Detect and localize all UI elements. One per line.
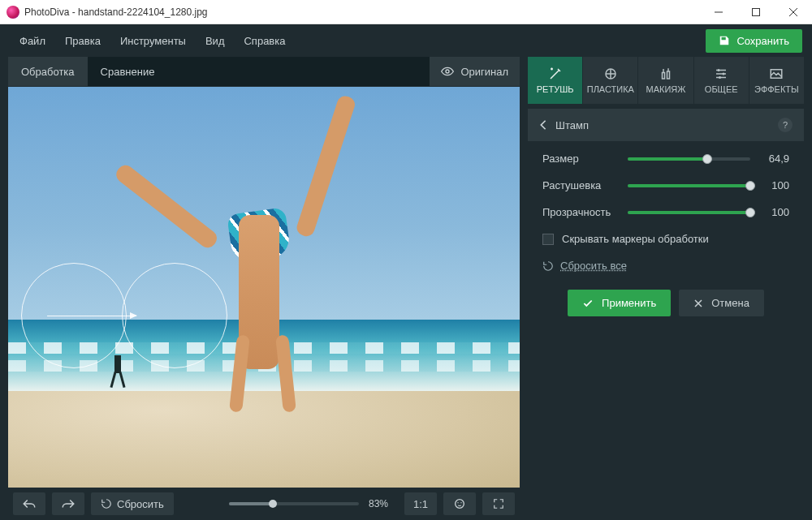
tooltab-general[interactable]: ОБЩЕЕ: [693, 57, 749, 104]
back-button[interactable]: [539, 119, 547, 131]
undo-icon: [22, 498, 37, 509]
tooltab-label: РЕТУШЬ: [537, 84, 574, 94]
svg-point-10: [719, 76, 721, 79]
zoom-value: 83%: [365, 498, 398, 509]
feather-value: 100: [758, 179, 789, 191]
liquify-icon: [603, 67, 618, 81]
eye-icon: [441, 65, 454, 78]
apply-label: Применить: [602, 297, 656, 309]
svg-point-3: [457, 502, 458, 503]
tooltab-makeup[interactable]: МАКИЯЖ: [637, 57, 693, 104]
opacity-slider[interactable]: [628, 211, 750, 214]
tooltab-label: ОБЩЕЕ: [705, 84, 738, 94]
opacity-value: 100: [758, 206, 789, 218]
menu-help[interactable]: Справка: [234, 32, 295, 50]
app-icon: [6, 6, 19, 19]
original-label: Оригинал: [460, 66, 508, 78]
tooltab-liquify[interactable]: ПЛАСТИКА: [582, 57, 637, 104]
tooltab-label: МАКИЯЖ: [646, 84, 686, 94]
hide-markers-checkbox[interactable]: Скрывать маркеры обработки: [542, 233, 789, 245]
svg-point-8: [718, 69, 720, 71]
size-slider-row: Размер 64,9: [542, 153, 789, 165]
close-button[interactable]: [775, 0, 812, 24]
menubar: Файл Правка Инструменты Вид Справка Сохр…: [0, 24, 812, 57]
original-button[interactable]: Оригинал: [430, 57, 520, 86]
save-icon: [719, 35, 730, 46]
feather-thumb[interactable]: [745, 181, 755, 191]
menu-view[interactable]: Вид: [196, 32, 235, 50]
svg-point-2: [456, 500, 464, 509]
size-value: 64,9: [758, 153, 789, 165]
svg-rect-6: [663, 73, 665, 80]
feather-slider[interactable]: [628, 184, 750, 187]
svg-point-4: [460, 502, 461, 503]
cancel-label: Отмена: [711, 297, 749, 309]
check-icon: [582, 298, 594, 309]
panel-title: Штамп: [555, 119, 589, 131]
reset-icon: [101, 498, 112, 509]
feather-slider-row: Растушевка 100: [542, 179, 789, 191]
sliders-icon: [714, 67, 728, 81]
fullscreen-icon: [493, 498, 504, 509]
opacity-thumb[interactable]: [745, 208, 755, 217]
window-title: PhotoDiva - handstand-2224104_1280.jpg: [24, 6, 700, 18]
face-icon: [453, 497, 466, 510]
feather-fill: [628, 184, 750, 187]
menu-file[interactable]: Файл: [10, 32, 55, 50]
wand-icon: [548, 67, 563, 81]
size-fill: [628, 157, 707, 161]
checkbox-icon: [542, 234, 554, 245]
svg-point-1: [446, 70, 449, 73]
tooltab-retouch[interactable]: РЕТУШЬ: [528, 57, 582, 104]
one-to-one-label: 1:1: [413, 498, 428, 510]
tab-edit[interactable]: Обработка: [8, 57, 88, 86]
reset-all-label: Сбросить все: [560, 260, 627, 272]
stamp-arrow: [47, 316, 136, 316]
reset-all-icon: [542, 260, 554, 272]
opacity-label: Прозрачность: [542, 206, 620, 218]
menu-tools[interactable]: Инструменты: [110, 32, 196, 50]
panel-body: Размер 64,9 Растушевка 100 П: [528, 141, 804, 328]
feather-label: Растушевка: [542, 179, 620, 191]
tool-tabs: РЕТУШЬ ПЛАСТИКА МАКИЯЖ ОБЩЕЕ ЭФФЕКТЫ: [528, 57, 804, 104]
tools-column: РЕТУШЬ ПЛАСТИКА МАКИЯЖ ОБЩЕЕ ЭФФЕКТЫ: [528, 57, 804, 520]
main-row: Обработка Сравнение Оригинал: [0, 57, 812, 520]
titlebar: PhotoDiva - handstand-2224104_1280.jpg: [0, 0, 812, 24]
cancel-button[interactable]: Отмена: [679, 290, 764, 316]
size-thumb[interactable]: [702, 154, 712, 164]
menu-edit[interactable]: Правка: [55, 32, 110, 50]
fullscreen-button[interactable]: [482, 492, 515, 515]
opacity-slider-row: Прозрачность 100: [542, 206, 789, 218]
canvas[interactable]: [8, 87, 520, 488]
view-tabs: Обработка Сравнение Оригинал: [8, 57, 520, 86]
stamp-target-marker[interactable]: [122, 263, 227, 368]
makeup-icon: [659, 67, 673, 81]
tooltab-label: ЭФФЕКТЫ: [754, 84, 799, 94]
chevron-left-icon: [539, 119, 547, 131]
reset-all-link[interactable]: Сбросить все: [542, 260, 789, 272]
x-icon: [693, 299, 703, 308]
save-button[interactable]: Сохранить: [706, 29, 802, 53]
fit-face-button[interactable]: [443, 492, 476, 515]
one-to-one-button[interactable]: 1:1: [404, 492, 437, 515]
size-label: Размер: [542, 153, 620, 165]
help-button[interactable]: ?: [778, 118, 793, 132]
window-controls: [700, 0, 812, 24]
svg-rect-7: [667, 71, 670, 79]
image-preview: [8, 87, 520, 488]
bottom-bar: Сбросить 83% 1:1: [8, 488, 520, 520]
tab-compare[interactable]: Сравнение: [88, 57, 168, 86]
redo-button[interactable]: [52, 492, 84, 515]
hide-markers-label: Скрывать маркеры обработки: [562, 233, 709, 245]
reset-label: Сбросить: [117, 498, 164, 510]
apply-button[interactable]: Применить: [568, 290, 671, 316]
app-body: Файл Правка Инструменты Вид Справка Сохр…: [0, 24, 812, 520]
tooltab-label: ПЛАСТИКА: [587, 84, 634, 94]
undo-button[interactable]: [13, 492, 45, 515]
zoom-slider[interactable]: [229, 502, 359, 505]
size-slider[interactable]: [628, 157, 750, 161]
minimize-button[interactable]: [700, 0, 737, 24]
tooltab-effects[interactable]: ЭФФЕКТЫ: [749, 57, 804, 104]
reset-button[interactable]: Сбросить: [91, 492, 174, 515]
maximize-button[interactable]: [737, 0, 775, 24]
